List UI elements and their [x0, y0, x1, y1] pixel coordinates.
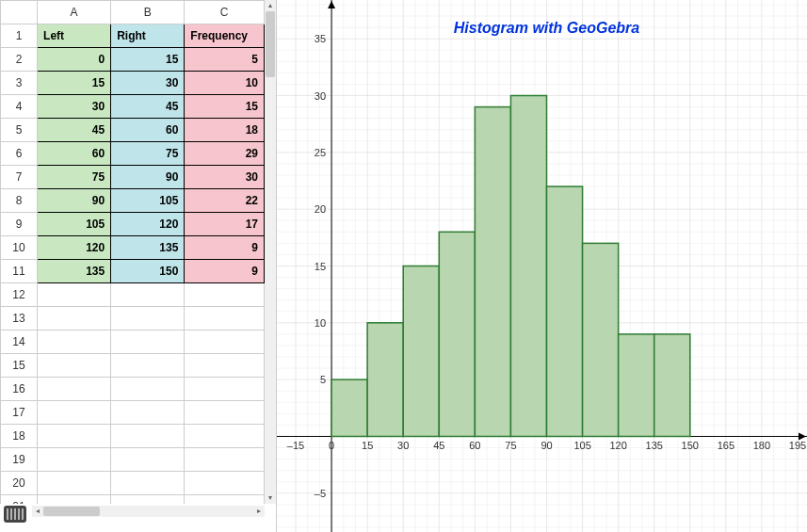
row-header-14[interactable]: 14	[1, 330, 38, 354]
cell-C2[interactable]: 5	[185, 48, 265, 72]
cell-B3[interactable]: 30	[111, 72, 185, 95]
cell-A11[interactable]: 135	[38, 260, 111, 283]
cell-A19[interactable]	[38, 448, 111, 472]
cell-C20[interactable]	[185, 472, 265, 495]
spreadsheet[interactable]: ABC1LeftRightFrequency201553153010430451…	[0, 0, 265, 504]
cell-C18[interactable]	[185, 425, 265, 448]
cell-A21[interactable]	[38, 495, 111, 505]
histogram-bar[interactable]	[367, 323, 403, 437]
column-header-C[interactable]: C	[185, 1, 265, 24]
cell-C7[interactable]: 30	[185, 166, 265, 189]
horizontal-scroll-thumb[interactable]	[43, 507, 100, 516]
cell-C12[interactable]	[185, 283, 265, 307]
vertical-scroll-thumb[interactable]	[266, 11, 275, 77]
header-frequency[interactable]: Frequency	[185, 24, 265, 48]
cell-B12[interactable]	[111, 283, 185, 307]
cell-C10[interactable]: 9	[185, 236, 265, 260]
row-header-13[interactable]: 13	[1, 307, 38, 330]
row-header-5[interactable]: 5	[1, 119, 38, 142]
cell-B20[interactable]	[111, 472, 185, 495]
histogram-bar[interactable]	[654, 334, 690, 437]
cell-B4[interactable]: 45	[111, 95, 185, 119]
histogram-bar[interactable]	[403, 266, 439, 437]
cell-B2[interactable]: 15	[111, 48, 185, 72]
cell-C16[interactable]	[185, 378, 265, 401]
cell-B13[interactable]	[111, 307, 185, 330]
cell-C6[interactable]: 29	[185, 142, 265, 166]
cell-B14[interactable]	[111, 330, 185, 354]
cell-A13[interactable]	[38, 307, 111, 330]
row-header-1[interactable]: 1	[1, 24, 38, 48]
row-header-16[interactable]: 16	[1, 378, 38, 401]
cell-B7[interactable]: 90	[111, 166, 185, 189]
row-header-9[interactable]: 9	[1, 213, 38, 236]
cell-C17[interactable]	[185, 401, 265, 425]
row-header-11[interactable]: 11	[1, 260, 38, 283]
cell-B10[interactable]: 135	[111, 236, 185, 260]
cell-C8[interactable]: 22	[185, 189, 265, 213]
vertical-scrollbar[interactable]: ▴ ▾	[265, 0, 276, 504]
cell-B11[interactable]: 150	[111, 260, 185, 283]
header-left[interactable]: Left	[38, 24, 111, 48]
cell-C14[interactable]	[185, 330, 265, 354]
cell-B19[interactable]	[111, 448, 185, 472]
histogram-bar[interactable]	[439, 232, 475, 436]
cell-A4[interactable]: 30	[38, 95, 111, 119]
cell-C13[interactable]	[185, 307, 265, 330]
row-header-10[interactable]: 10	[1, 236, 38, 260]
cell-A5[interactable]: 45	[38, 119, 111, 142]
horizontal-scrollbar[interactable]: ◂ ▸	[32, 506, 265, 517]
cell-A14[interactable]	[38, 330, 111, 354]
cell-B18[interactable]	[111, 425, 185, 448]
cell-A20[interactable]	[38, 472, 111, 495]
cell-B17[interactable]	[111, 401, 185, 425]
histogram-chart[interactable]: –150153045607590105120135150165180195–55…	[277, 0, 807, 532]
cell-A16[interactable]	[38, 378, 111, 401]
scroll-down-arrow-icon[interactable]: ▾	[265, 492, 276, 504]
histogram-bar[interactable]	[510, 96, 546, 437]
cell-A15[interactable]	[38, 354, 111, 378]
corner-cell[interactable]	[1, 1, 38, 24]
column-header-A[interactable]: A	[38, 1, 111, 24]
row-header-19[interactable]: 19	[1, 448, 38, 472]
cell-B15[interactable]	[111, 354, 185, 378]
column-header-B[interactable]: B	[111, 1, 185, 24]
cell-C21[interactable]	[185, 495, 265, 505]
cell-C19[interactable]	[185, 448, 265, 472]
cell-C9[interactable]: 17	[185, 213, 265, 236]
cell-A8[interactable]: 90	[38, 189, 111, 213]
row-header-15[interactable]: 15	[1, 354, 38, 378]
row-header-6[interactable]: 6	[1, 142, 38, 166]
histogram-bar[interactable]	[475, 107, 510, 437]
histogram-bar[interactable]	[331, 379, 367, 436]
row-header-21[interactable]: 21	[1, 495, 38, 505]
cell-A18[interactable]	[38, 425, 111, 448]
cell-A2[interactable]: 0	[38, 48, 111, 72]
keyboard-icon[interactable]	[4, 506, 26, 523]
histogram-bar[interactable]	[619, 334, 654, 437]
cell-B16[interactable]	[111, 378, 185, 401]
scroll-left-arrow-icon[interactable]: ◂	[32, 506, 43, 517]
cell-A10[interactable]: 120	[38, 236, 111, 260]
cell-B5[interactable]: 60	[111, 119, 185, 142]
histogram-bar[interactable]	[583, 243, 619, 436]
cell-B21[interactable]	[111, 495, 185, 505]
cell-A6[interactable]: 60	[38, 142, 111, 166]
cell-A3[interactable]: 15	[38, 72, 111, 95]
cell-C5[interactable]: 18	[185, 119, 265, 142]
cell-C15[interactable]	[185, 354, 265, 378]
row-header-3[interactable]: 3	[1, 72, 38, 95]
scroll-right-arrow-icon[interactable]: ▸	[253, 506, 265, 517]
row-header-2[interactable]: 2	[1, 48, 38, 72]
cell-A17[interactable]	[38, 401, 111, 425]
cell-A9[interactable]: 105	[38, 213, 111, 236]
row-header-12[interactable]: 12	[1, 283, 38, 307]
row-header-20[interactable]: 20	[1, 472, 38, 495]
cell-B8[interactable]: 105	[111, 189, 185, 213]
row-header-17[interactable]: 17	[1, 401, 38, 425]
scroll-up-arrow-icon[interactable]: ▴	[265, 0, 276, 11]
row-header-8[interactable]: 8	[1, 189, 38, 213]
cell-C3[interactable]: 10	[185, 72, 265, 95]
graph-panel[interactable]: –150153045607590105120135150165180195–55…	[277, 0, 807, 532]
histogram-bar[interactable]	[547, 186, 583, 436]
